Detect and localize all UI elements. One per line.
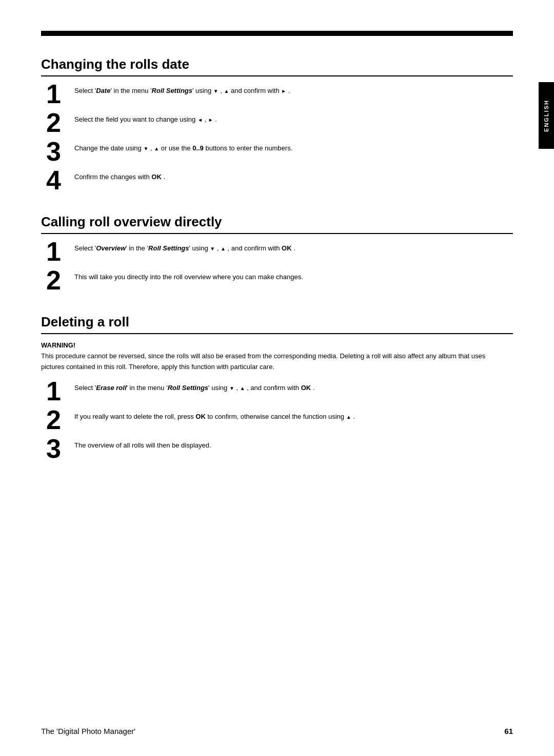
step-number-2: 2 bbox=[46, 109, 74, 136]
step-number-3: 3 bbox=[46, 435, 74, 462]
section-changing-rolls-date: Changing the rolls date 1 Select 'Date' … bbox=[41, 56, 513, 193]
step-number-2: 2 bbox=[46, 406, 74, 433]
footer-title: The 'Digital Photo Manager' bbox=[41, 727, 135, 735]
sidebar-label: ENGLISH bbox=[543, 100, 549, 132]
step-row: 3 Change the date using ▼ , ▲ or use the… bbox=[46, 140, 513, 165]
step-number-3: 3 bbox=[46, 138, 74, 165]
step-text-2: Select the field you want to change usin… bbox=[74, 111, 217, 125]
footer-page-number: 61 bbox=[504, 727, 513, 735]
step-text-2: If you really want to delete the roll, p… bbox=[74, 409, 355, 422]
step-text-2: This will take you directly into the rol… bbox=[74, 269, 303, 282]
step-number-1: 1 bbox=[46, 238, 74, 265]
steps-container-3: 1 Select 'Erase roll' in the menu 'Roll … bbox=[41, 380, 513, 462]
step-text-4: Confirm the changes with OK . bbox=[74, 169, 165, 182]
sidebar-tab: ENGLISH bbox=[539, 82, 554, 149]
step-number-4: 4 bbox=[46, 167, 74, 193]
top-bar bbox=[41, 31, 513, 36]
step-number-1: 1 bbox=[46, 378, 74, 404]
page-footer: The 'Digital Photo Manager' 61 bbox=[41, 727, 513, 735]
step-row: 2 Select the field you want to change us… bbox=[46, 111, 513, 136]
step-row: 4 Confirm the changes with OK . bbox=[46, 169, 513, 193]
section-deleting-roll: Deleting a roll WARNING! This procedure … bbox=[41, 314, 513, 462]
section-calling-roll-overview: Calling roll overview directly 1 Select … bbox=[41, 214, 513, 294]
step-number-1: 1 bbox=[46, 81, 74, 107]
steps-container-2: 1 Select 'Overview' in the 'Roll Setting… bbox=[41, 240, 513, 294]
warning-text: This procedure cannot be reversed, since… bbox=[41, 351, 503, 373]
step-text-3: The overview of all rolls will then be d… bbox=[74, 437, 211, 451]
step-row: 2 This will take you directly into the r… bbox=[46, 269, 513, 294]
step-text-1: Select 'Overview' in the 'Roll Settings'… bbox=[74, 240, 295, 254]
section-heading-3: Deleting a roll bbox=[41, 314, 513, 334]
step-text-1: Select 'Date' in the menu 'Roll Settings… bbox=[74, 83, 290, 96]
section-heading-2: Calling roll overview directly bbox=[41, 214, 513, 234]
page-container: ENGLISH Changing the rolls date 1 Select… bbox=[0, 0, 554, 756]
step-row: 1 Select 'Overview' in the 'Roll Setting… bbox=[46, 240, 513, 265]
step-number-2: 2 bbox=[46, 267, 74, 294]
step-row: 1 Select 'Date' in the menu 'Roll Settin… bbox=[46, 83, 513, 107]
step-row: 2 If you really want to delete the roll,… bbox=[46, 409, 513, 433]
warning-label: WARNING! bbox=[41, 341, 513, 349]
steps-container-1: 1 Select 'Date' in the menu 'Roll Settin… bbox=[41, 83, 513, 193]
step-text-3: Change the date using ▼ , ▲ or use the 0… bbox=[74, 140, 292, 153]
step-row: 1 Select 'Erase roll' in the menu 'Roll … bbox=[46, 380, 513, 404]
step-text-1: Select 'Erase roll' in the menu 'Roll Se… bbox=[74, 380, 314, 393]
step-row: 3 The overview of all rolls will then be… bbox=[46, 437, 513, 462]
section-heading-1: Changing the rolls date bbox=[41, 56, 513, 76]
